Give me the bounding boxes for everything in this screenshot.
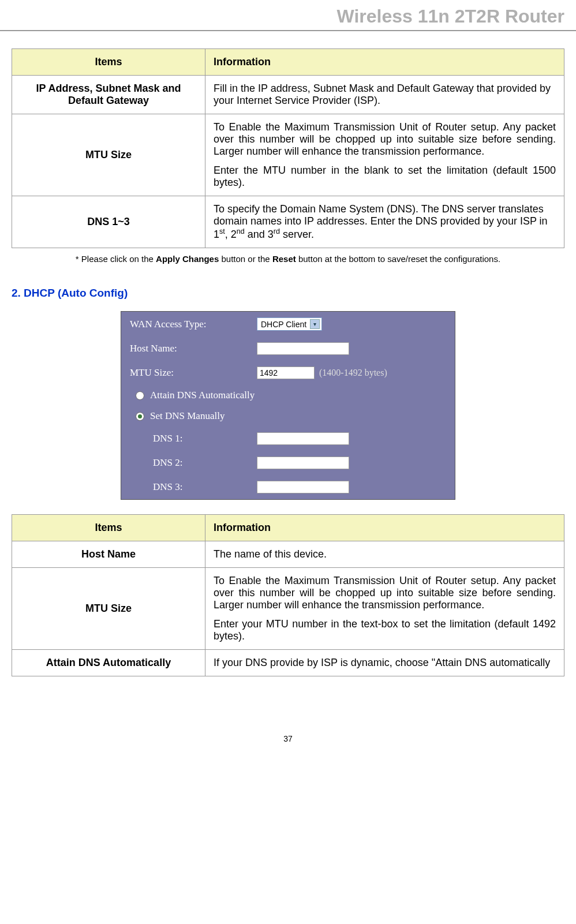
table2-header-information: Information <box>205 515 564 541</box>
table-row: IP Address, Subnet Mask and Default Gate… <box>12 76 564 114</box>
table1-row2-item: DNS 1~3 <box>12 196 205 248</box>
table1-row2-info: To specify the Domain Name System (DNS).… <box>205 196 564 248</box>
radio-attain-dns-auto[interactable] <box>136 391 144 400</box>
table2-row2-info: If your DNS provide by ISP is dynamic, c… <box>205 650 564 676</box>
dns1-label: DNS 1: <box>153 433 257 444</box>
page-header-title: Wireless 11n 2T2R Router <box>0 0 576 31</box>
table2-row2-item: Attain DNS Automatically <box>12 650 205 676</box>
table2-header-items: Items <box>12 515 205 541</box>
table-row: Host Name The name of this device. <box>12 541 564 568</box>
table-row: MTU Size To Enable the Maximum Transmiss… <box>12 568 564 650</box>
radio-attain-dns-auto-label: Attain DNS Automatically <box>150 390 255 401</box>
host-name-label: Host Name: <box>130 343 257 354</box>
chevron-down-icon: ▾ <box>310 319 320 329</box>
info-table-1: Items Information IP Address, Subnet Mas… <box>12 48 564 248</box>
footnote-apply-reset: * Please click on the Apply Changes butt… <box>12 254 564 264</box>
dns3-label: DNS 3: <box>153 481 257 493</box>
mtu-size-input[interactable] <box>257 366 315 379</box>
radio-set-dns-manual[interactable] <box>136 412 144 421</box>
mtu-hint-text: (1400-1492 bytes) <box>319 368 387 378</box>
dns1-input[interactable] <box>257 432 349 445</box>
radio-set-dns-manual-label: Set DNS Manually <box>150 410 225 422</box>
table2-row1-info: To Enable the Maximum Transmission Unit … <box>205 568 564 650</box>
mtu-size-label: MTU Size: <box>130 367 257 379</box>
host-name-input[interactable] <box>257 342 349 355</box>
dns3-input[interactable] <box>257 481 349 493</box>
table-row: DNS 1~3 To specify the Domain Name Syste… <box>12 196 564 248</box>
table1-header-items: Items <box>12 49 205 76</box>
dns2-input[interactable] <box>257 457 349 469</box>
table-row: MTU Size To Enable the Maximum Transmiss… <box>12 114 564 196</box>
table1-row1-item: MTU Size <box>12 114 205 196</box>
table2-row1-item: MTU Size <box>12 568 205 650</box>
dns2-label: DNS 2: <box>153 457 257 469</box>
table2-row0-info: The name of this device. <box>205 541 564 568</box>
wan-access-type-label: WAN Access Type: <box>130 319 257 330</box>
table1-header-information: Information <box>205 49 564 76</box>
table1-row0-item: IP Address, Subnet Mask and Default Gate… <box>12 76 205 114</box>
table1-row0-info: Fill in the IP address, Subnet Mask and … <box>205 76 564 114</box>
table1-row1-info: To Enable the Maximum Transmission Unit … <box>205 114 564 196</box>
table-row: Attain DNS Automatically If your DNS pro… <box>12 650 564 676</box>
table2-row0-item: Host Name <box>12 541 205 568</box>
screenshot-dhcp-config: WAN Access Type: DHCP Client ▾ Host Name… <box>12 311 564 500</box>
page-number: 37 <box>0 734 576 755</box>
wan-access-type-select[interactable]: DHCP Client ▾ <box>257 317 322 331</box>
section-heading-dhcp: 2. DHCP (Auto Config) <box>12 287 564 300</box>
info-table-2: Items Information Host Name The name of … <box>12 514 564 676</box>
